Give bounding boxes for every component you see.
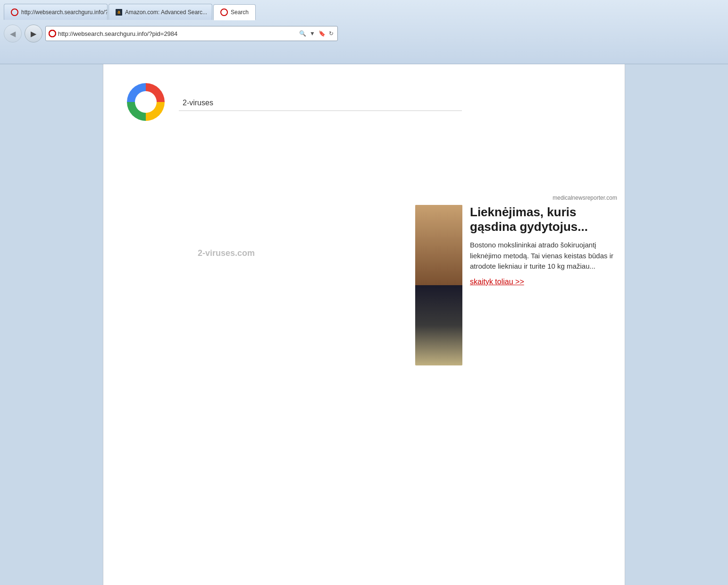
tabs-bar: http://websearch.searchguru.info/?pid=29… [0, 0, 728, 20]
address-text: http://websearch.searchguru.info/?pid=29… [58, 30, 296, 37]
forward-button[interactable]: ▶ [25, 25, 42, 42]
ad-title: Lieknėjimas, kuris gąsdina gydytojus... [470, 205, 617, 234]
address-bar[interactable]: http://websearch.searchguru.info/?pid=29… [45, 26, 338, 41]
tab-search-label: Search [231, 9, 249, 16]
forward-icon: ▶ [31, 29, 36, 38]
tab-searchguru-label: http://websearch.searchguru.info/?pid=29… [21, 9, 108, 16]
search-section [122, 78, 606, 127]
browser-content: 2-viruses.com medicalnewsreporter.com Li… [103, 64, 625, 585]
address-favicon [49, 30, 56, 37]
search-address-icon[interactable]: 🔍 [298, 29, 307, 38]
refresh-icon[interactable]: ↻ [328, 29, 335, 38]
nav-bar: ◀ ▶ http://websearch.searchguru.info/?pi… [0, 20, 728, 47]
dropdown-address-icon[interactable]: ▼ [309, 29, 316, 38]
bookmark-icon[interactable]: 🔖 [318, 29, 326, 38]
browser-chrome: http://websearch.searchguru.info/?pid=29… [0, 0, 728, 64]
ad-content: Lieknėjimas, kuris gąsdina gydytojus... … [415, 205, 617, 365]
address-icons: 🔍 ▼ 🔖 ↻ [298, 29, 335, 38]
search-input[interactable] [179, 95, 462, 111]
ad-body: Bostono mokslininkai atrado šokiruojantį… [470, 240, 617, 272]
site-watermark: 2-viruses.com [198, 248, 255, 258]
back-button[interactable]: ◀ [4, 25, 22, 42]
search-tab-favicon [220, 8, 228, 16]
tab-amazon[interactable]: a Amazon.com: Advanced Searc... [109, 4, 212, 20]
back-icon: ◀ [10, 29, 16, 38]
searchguru-favicon [11, 8, 18, 16]
ad-source: medicalnewsreporter.com [415, 195, 617, 201]
tab-search[interactable]: Search [213, 4, 256, 20]
ad-text-block: Lieknėjimas, kuris gąsdina gydytojus... … [470, 205, 617, 286]
content-inner: 2-viruses.com medicalnewsreporter.com Li… [103, 64, 625, 236]
amazon-favicon: a [116, 9, 122, 16]
logo-svg [122, 78, 169, 126]
search-input-container [179, 95, 606, 111]
svg-point-1 [135, 91, 157, 113]
logo [122, 78, 169, 127]
tab-searchguru[interactable]: http://websearch.searchguru.info/?pid=29… [4, 4, 108, 20]
ad-image [415, 205, 462, 365]
tab-amazon-label: Amazon.com: Advanced Searc... [125, 9, 207, 16]
ad-read-more-link[interactable]: skaityk toliau >> [470, 278, 524, 286]
ad-card: medicalnewsreporter.com Lieknėjimas, kur… [408, 187, 625, 373]
svg-point-0 [49, 30, 56, 37]
